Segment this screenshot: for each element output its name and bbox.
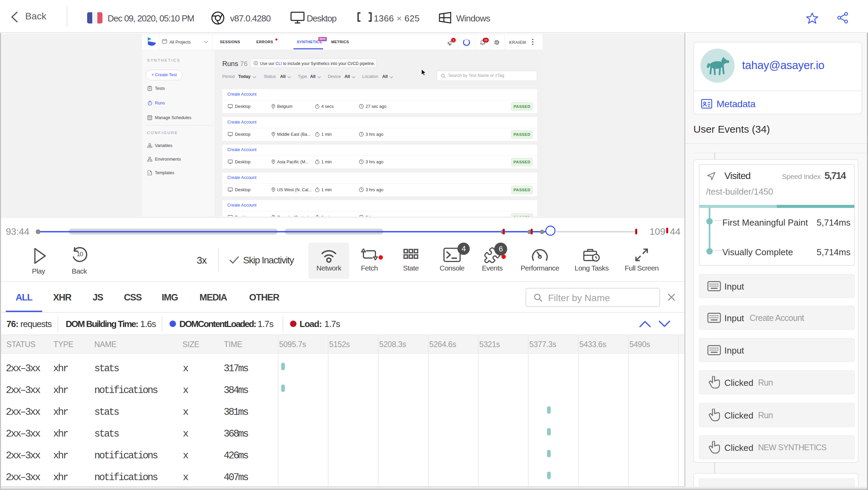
svg-text:10: 10 xyxy=(77,250,83,258)
svg-text:</>: </> xyxy=(149,173,152,175)
